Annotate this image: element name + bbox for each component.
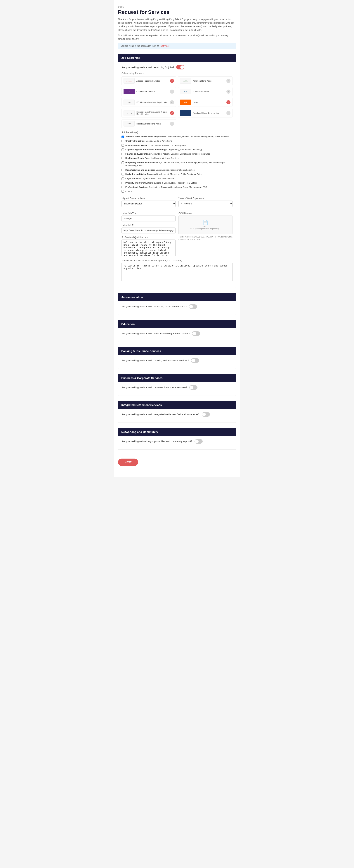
networking-section: Networking and Community Are you seeking…	[118, 428, 236, 450]
job-function-professional: Professional Services: Architecture, Bus…	[121, 186, 233, 189]
partner-check-randstad: ✓	[226, 111, 231, 115]
education-toggle-label: Are you seeking assistance in school sea…	[121, 332, 190, 335]
partner-logo-michael: PageGroup	[123, 110, 135, 116]
job-searching-toggle-label: Are you seeking assistance in searching …	[121, 66, 174, 69]
next-button[interactable]: NEXT	[118, 459, 138, 466]
experience-select[interactable]: 4 - 6 years 0 - 1 years 1 - 3 years 7 - …	[178, 200, 233, 207]
networking-header: Networking and Community	[118, 428, 236, 436]
networking-toggle-label: Are you seeking networking opportunities…	[121, 440, 192, 443]
cv-label: CV / Résumé	[178, 212, 233, 215]
checkbox-creative[interactable]	[121, 140, 124, 142]
step-label: Step 3	[118, 5, 236, 8]
checkbox-property[interactable]	[121, 182, 124, 184]
partner-logo-liepin: 猎聘	[180, 99, 191, 105]
banking-header: Banking & Insurance Services	[118, 347, 236, 355]
job-function-others: Others	[121, 190, 233, 193]
partner-check-kos: ✓	[170, 100, 174, 104]
checkbox-others[interactable]	[121, 190, 124, 193]
checkbox-marketing[interactable]	[121, 173, 124, 176]
partner-rw[interactable]: ≡ RW Robert Walters Hong Kong ✓	[121, 119, 176, 128]
checkbox-eng[interactable]	[121, 149, 124, 151]
job-searching-toggle[interactable]	[176, 65, 184, 69]
job-function-marketing: Marketing and Sales: Business Developmen…	[121, 173, 233, 176]
partner-logo-kos: KOS	[123, 99, 135, 105]
partner-adecco[interactable]: Adecco Adecco Personnel Limited ✓	[121, 76, 176, 85]
assist-textarea[interactable]: Follow us for latest talent attraction i…	[121, 263, 233, 281]
checkbox-finance[interactable]	[121, 153, 124, 155]
job-function-finance: Finance and Accounting: Accounting, Actu…	[121, 152, 233, 155]
partner-efc[interactable]: eFC eFinancialCareers ✓	[178, 87, 233, 96]
education-select[interactable]: Bachelor's Degree Master's Degree Doctor…	[121, 200, 176, 207]
banking-toggle[interactable]	[191, 358, 199, 363]
checkbox-edu[interactable]	[121, 144, 124, 147]
job-title-input[interactable]	[121, 216, 176, 221]
education-header: Education	[118, 320, 236, 328]
cv-upload-area[interactable]: 📄 PNG cv--supporting-services-beginners-…	[178, 216, 233, 234]
partner-check-efc: ✓	[226, 90, 231, 94]
cv-note: The file must be in DOC, DOCX, JPG, PDF,…	[178, 236, 233, 241]
partner-cg[interactable]: CG ConnectedGroup Ltd ✓	[121, 87, 176, 96]
linkedin-label: LinkedIn URL	[121, 224, 176, 227]
assist-label: What would you like us to assist with? (…	[121, 259, 233, 262]
integrated-header: Integrated Settlement Services	[118, 401, 236, 409]
business-header: Business & Corporate Services	[118, 374, 236, 382]
job-functions-label: Job Function(s)	[121, 131, 233, 134]
partner-check-ambition: ✓	[226, 79, 231, 83]
business-section: Business & Corporate Services Are you se…	[118, 374, 236, 396]
partner-logo-adecco: Adecco	[123, 78, 135, 84]
qualifications-textarea[interactable]: Welcome to the official page of Hong Kon…	[121, 240, 176, 256]
job-function-manufacturing: Manufacturing and Logistics: Manufacturi…	[121, 168, 233, 172]
partner-logo-ambition: ambition	[180, 78, 191, 84]
cv-filename: cv--supporting-services-beginners-g...	[190, 228, 221, 230]
checkbox-legal[interactable]	[121, 178, 124, 180]
integrated-section: Integrated Settlement Services Are you s…	[118, 401, 236, 423]
partners-grid: Adecco Adecco Personnel Limited ✓ ambiti…	[121, 76, 233, 128]
job-function-admin: Administration and Business Operations: …	[121, 135, 233, 138]
partner-ambition[interactable]: ambition Ambition Hong Kong ✓	[178, 76, 233, 85]
job-searching-header: Job Searching	[118, 54, 236, 62]
not-you-link[interactable]: Not you?	[161, 45, 169, 47]
checkbox-manufacturing[interactable]	[121, 169, 124, 171]
accommodation-toggle[interactable]	[189, 304, 197, 309]
partner-logo-rw: ≡ RW	[123, 121, 135, 126]
job-searching-section: Job Searching Are you seeking assistance…	[118, 54, 236, 288]
job-function-eng: Engineering and Information Technology: …	[121, 148, 233, 151]
partner-logo-randstad: Randstad	[180, 110, 191, 116]
business-toggle[interactable]	[189, 385, 198, 390]
checkbox-admin[interactable]	[121, 135, 124, 138]
accommodation-section: Accommodation Are you seeking assistance…	[118, 293, 236, 315]
networking-toggle[interactable]	[194, 439, 203, 444]
cv-format: PNG	[204, 226, 208, 228]
integrated-toggle-label: Are you seeking assistance in integrated…	[121, 413, 200, 416]
integrated-toggle[interactable]	[202, 412, 210, 416]
collab-partners-label: Collaborating Partners	[121, 72, 233, 74]
accommodation-toggle-label: Are you seeking assistance in searching …	[121, 305, 186, 308]
checkbox-hospitality[interactable]	[121, 161, 124, 164]
qualifications-label: Professional Qualifications	[121, 236, 176, 239]
linkedin-input[interactable]	[121, 227, 176, 234]
job-title-label: Latest Job Title	[121, 212, 176, 215]
job-function-creative: Creative Industries: Design, Media & Adv…	[121, 140, 233, 143]
partner-kos[interactable]: KOS KOS International Holdings Limited ✓	[121, 98, 176, 107]
page-title: Request for Services	[118, 9, 236, 15]
job-function-health: Healthcare: Beauty Care, Healthcare, Wel…	[121, 157, 233, 160]
checkbox-professional[interactable]	[121, 186, 124, 188]
partner-check-liepin: ✓	[226, 100, 231, 104]
intro-text-2: Simply fill in the information as reques…	[118, 34, 236, 41]
education-label: Highest Education Level	[121, 197, 176, 199]
education-section: Education Are you seeking assistance in …	[118, 320, 236, 342]
education-toggle[interactable]	[192, 331, 200, 336]
banking-section: Banking & Insurance Services Are you see…	[118, 347, 236, 369]
job-functions-list: Administration and Business Operations: …	[121, 135, 233, 193]
partner-check-michael: ✓	[170, 111, 174, 115]
job-function-hospitality: Hospitality and Retail: E-commerce, Cust…	[121, 161, 233, 167]
partner-logo-cg: CG	[123, 89, 135, 94]
job-function-edu: Education and Research: Education, Resea…	[121, 144, 233, 147]
checkbox-health[interactable]	[121, 157, 124, 159]
partner-liepin[interactable]: 猎聘 Liepin ✓	[178, 98, 233, 107]
partner-check-rw: ✓	[170, 122, 174, 126]
job-function-legal: Legal Services: Legal Services, Dispute …	[121, 177, 233, 180]
partner-michael[interactable]: PageGroup Michael Page International (Ho…	[121, 108, 176, 118]
partner-randstad[interactable]: Randstad Randstad Hong Kong Limited ✓	[178, 108, 233, 118]
business-toggle-label: Are you seeking assistance in business &…	[121, 386, 187, 389]
